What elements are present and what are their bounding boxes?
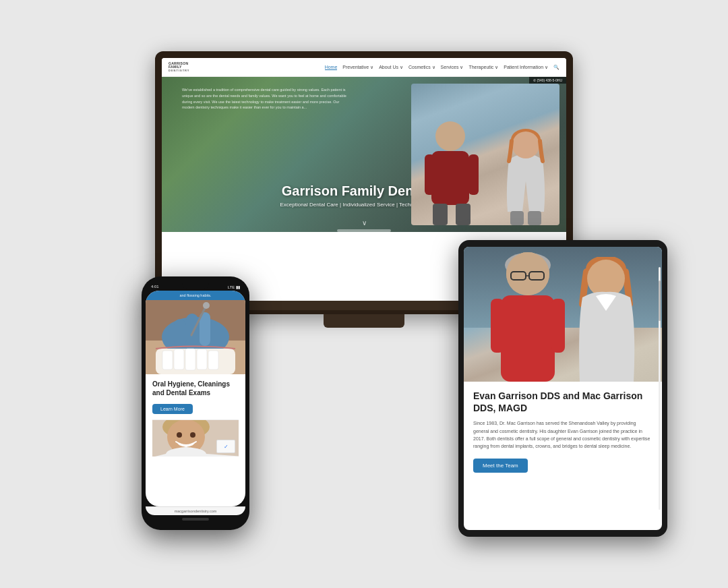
nav-link-patient[interactable]: Patient Information ∨ — [504, 65, 548, 70]
nav-search-icon[interactable]: 🔍 — [553, 65, 559, 70]
svg-rect-39 — [208, 351, 218, 370]
phone-screen: and flossing habits. — [146, 291, 245, 506]
phone-signal: LTE ▮▮ — [228, 285, 240, 289]
nav-link-preventative[interactable]: Preventative ∨ — [342, 65, 373, 70]
svg-rect-21 — [491, 299, 504, 353]
site-logo: GARRISON FAMILY DENTISTRY — [169, 62, 202, 72]
nav-link-therapeutic[interactable]: Therapeutic ∨ — [468, 65, 498, 70]
phone-outer: 4:01 LTE ▮▮ and flossing habits. — [142, 276, 249, 530]
site-nav: GARRISON FAMILY DENTISTRY Home Preventat… — [162, 58, 566, 77]
hero-team-image — [411, 84, 559, 225]
svg-rect-7 — [510, 211, 524, 225]
phone-service-content: Oral Hygiene, Cleanings and Dental Exams… — [146, 374, 245, 462]
svg-point-33 — [203, 302, 210, 309]
svg-rect-4 — [433, 204, 448, 225]
phone-notch — [182, 283, 209, 289]
svg-point-10 — [512, 131, 539, 158]
nav-link-home[interactable]: Home — [325, 65, 338, 70]
phone-url-text: macgarrisondentistry.com — [175, 509, 217, 513]
svg-rect-35 — [162, 351, 173, 370]
svg-rect-31 — [174, 319, 186, 347]
tablet-content: Evan Garrison DDS and Mac Garrison DDS, … — [464, 247, 662, 481]
svg-rect-37 — [185, 349, 195, 370]
phone-service-title: Oral Hygiene, Cleanings and Dental Exams — [152, 380, 239, 397]
desktop-stand — [324, 314, 404, 328]
site-nav-links: Home Preventative ∨ About Us ∨ Cosmetics… — [325, 65, 559, 70]
svg-point-25 — [587, 260, 625, 297]
tablet-team-photo — [464, 247, 662, 382]
tablet-heading: Evan Garrison DDS and Mac Garrison DDS, … — [473, 390, 653, 414]
tablet-device: Evan Garrison DDS and Mac Garrison DDS, … — [458, 240, 667, 537]
tablet-scrollbar-thumb — [659, 281, 661, 321]
phone-home-button[interactable] — [182, 518, 209, 521]
svg-rect-2 — [425, 154, 435, 195]
hero-description-text: We've established a tradition of compreh… — [182, 87, 351, 111]
nav-link-about[interactable]: About Us ∨ — [379, 65, 403, 70]
female-silhouette — [502, 127, 549, 225]
site-hero: ✆ (540) 438-5-0HU We've established a tr… — [162, 77, 566, 232]
phone-bar: ✆ (540) 438-5-0HU — [529, 77, 566, 84]
svg-rect-5 — [456, 204, 471, 225]
svg-point-44 — [190, 432, 195, 438]
male-silhouette — [425, 117, 479, 225]
tablet-body-text: Since 1983, Dr. Mac Garrison has served … — [473, 419, 653, 450]
dental-hand-svg — [146, 300, 245, 374]
svg-rect-22 — [551, 299, 565, 353]
svg-rect-29 — [186, 314, 198, 346]
tablet-male-figure — [491, 250, 565, 382]
svg-rect-3 — [468, 154, 479, 195]
tablet-female-figure — [574, 257, 638, 382]
meet-team-button[interactable]: Meet the Team — [473, 459, 528, 473]
svg-point-16 — [506, 252, 549, 295]
hero-chevron-icon[interactable]: ∨ — [362, 219, 367, 227]
tablet-screen: Evan Garrison DDS and Mac Garrison DDS, … — [464, 247, 662, 530]
svg-rect-1 — [431, 151, 469, 205]
captcha-checkmark: ✓ — [224, 444, 229, 450]
svg-point-0 — [435, 121, 465, 151]
phone-time: 4:01 — [151, 285, 159, 289]
tablet-scrollbar[interactable] — [659, 267, 661, 510]
phone-url-bar: macgarrisondentistry.com — [146, 506, 245, 515]
svg-rect-8 — [528, 211, 541, 225]
phone-service-image — [146, 300, 245, 374]
nav-link-cosmetics[interactable]: Cosmetics ∨ — [408, 65, 435, 70]
scene: GARRISON FAMILY DENTISTRY Home Preventat… — [61, 51, 667, 537]
nav-link-services[interactable]: Services ∨ — [441, 65, 464, 70]
svg-rect-20 — [501, 295, 555, 382]
phone-banner: and flossing habits. — [146, 291, 245, 300]
dental-procedure-illustration — [146, 300, 245, 374]
tablet-text-area: Evan Garrison DDS and Mac Garrison DDS, … — [464, 382, 662, 481]
phone-device: 4:01 LTE ▮▮ and flossing habits. — [142, 276, 249, 530]
scroll-indicator — [337, 229, 391, 232]
captcha-widget[interactable]: ✓ — [216, 440, 235, 453]
site-logo-line2: DENTISTRY — [169, 69, 202, 72]
learn-more-button[interactable]: Learn More — [152, 404, 193, 414]
phone-next-section-preview: ✓ — [152, 419, 239, 457]
tablet-outer: Evan Garrison DDS and Mac Garrison DDS, … — [458, 240, 667, 537]
svg-rect-38 — [197, 349, 207, 370]
svg-point-43 — [177, 432, 182, 438]
svg-rect-36 — [174, 349, 184, 370]
